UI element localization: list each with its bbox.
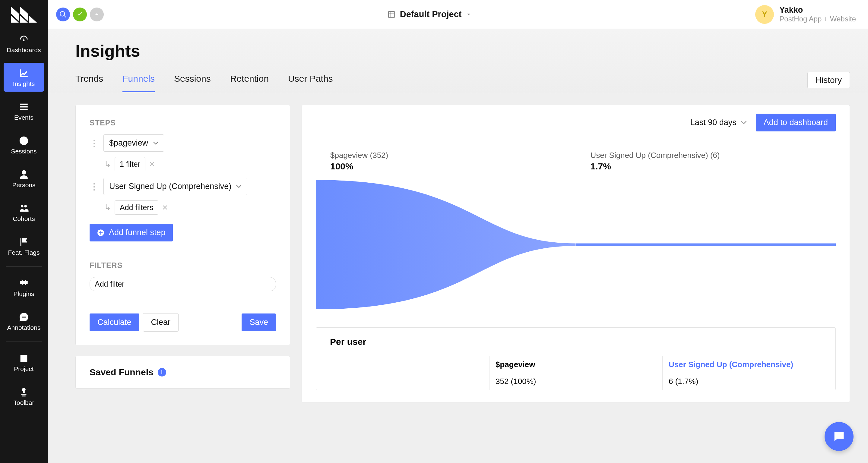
table-col-signup[interactable]: User Signed Up (Comprehensive)	[662, 356, 835, 373]
header-band: Insights Trends Funnels Sessions Retenti…	[48, 29, 868, 94]
funnel-1-title: $pageview (352)	[330, 151, 576, 160]
nav-label: Feat. Flags	[8, 249, 39, 256]
status-ok-icon[interactable]	[73, 7, 87, 22]
main-area: Default Project Y Yakko PostHog App + We…	[48, 0, 868, 463]
avatar: Y	[755, 5, 774, 24]
nav-dashboards[interactable]: Dashboards	[4, 29, 44, 58]
nav-plugins[interactable]: Plugins	[4, 273, 44, 302]
chat-icon	[832, 430, 846, 443]
tab-funnels[interactable]: Funnels	[122, 73, 155, 92]
nav-label: Toolbar	[13, 399, 34, 406]
add-filter-button[interactable]: Add filter	[90, 277, 276, 291]
nav-insights[interactable]: Insights	[4, 63, 44, 92]
user-name: Yakko	[779, 5, 856, 15]
tab-sessions[interactable]: Sessions	[174, 73, 211, 92]
step-1-event-select[interactable]: $pageview	[103, 134, 164, 152]
per-user-card: Per user $pageview User Signed Up (Compr…	[316, 327, 836, 390]
steps-heading: STEPS	[90, 119, 276, 127]
nav-label: Sessions	[11, 148, 36, 155]
funnel-shape-2	[576, 180, 836, 309]
step-2: ⋮ User Signed Up (Comprehensive)	[90, 178, 276, 195]
step-1-filter-pill[interactable]: 1 filter	[115, 157, 145, 171]
svg-marker-4	[29, 15, 37, 23]
table-cell-empty	[316, 373, 489, 390]
drag-handle-icon[interactable]: ⋮	[90, 181, 100, 192]
subarrow-icon: ↳	[104, 203, 111, 212]
nav-label: Cohorts	[13, 215, 35, 223]
remove-filter-button[interactable]: ✕	[162, 203, 168, 212]
funnel-chart: $pageview (352) 100%	[316, 151, 836, 309]
drag-handle-icon[interactable]: ⋮	[90, 138, 100, 148]
nav-feature-flags[interactable]: Feat. Flags	[4, 232, 44, 260]
funnel-2-title: User Signed Up (Comprehensive) (6)	[591, 151, 836, 160]
sidebar: Dashboards Insights Events Sessions Pers…	[0, 0, 48, 463]
page-title: Insights	[75, 41, 850, 61]
table-cell-pageview: 352 (100%)	[489, 373, 662, 390]
nav-label: Insights	[13, 80, 35, 88]
nav-sessions[interactable]: Sessions	[4, 130, 44, 159]
calculate-button[interactable]: Calculate	[90, 313, 140, 331]
nav-label: Events	[14, 114, 33, 121]
chat-fab[interactable]	[825, 422, 854, 451]
table-cell-signup: 6 (1.7%)	[662, 373, 835, 390]
divider	[90, 252, 276, 252]
user-org: PostHog App + Website	[779, 15, 856, 23]
logo[interactable]	[0, 0, 48, 29]
sidebar-separator	[6, 266, 42, 267]
step-2-addfilter-pill[interactable]: Add filters	[115, 200, 158, 214]
sidebar-separator	[6, 341, 42, 342]
chevron-down-icon	[466, 11, 472, 18]
add-to-dashboard-button[interactable]: Add to dashboard	[756, 113, 836, 131]
add-funnel-step-button[interactable]: Add funnel step	[90, 224, 173, 241]
nav-events[interactable]: Events	[4, 96, 44, 125]
plus-circle-icon	[97, 229, 105, 237]
nav-toolbar[interactable]: Toolbar	[4, 382, 44, 410]
collapse-up-button[interactable]	[90, 7, 104, 22]
tab-retention[interactable]: Retention	[230, 73, 269, 92]
tab-trends[interactable]: Trends	[75, 73, 103, 92]
date-range-select[interactable]: Last 90 days	[690, 118, 747, 127]
funnel-shape-1	[316, 180, 576, 309]
nav-label: Plugins	[13, 290, 34, 298]
funnel-2-percent: 1.7%	[591, 161, 836, 171]
nav-project[interactable]: Project	[4, 348, 44, 377]
save-button[interactable]: Save	[242, 313, 276, 331]
saved-funnels-card: Saved Funnels i	[75, 356, 290, 389]
project-selector[interactable]: Default Project	[387, 9, 472, 19]
step-1: ⋮ $pageview	[90, 134, 276, 152]
step-2-event-select[interactable]: User Signed Up (Comprehensive)	[103, 178, 247, 195]
funnel-1-percent: 100%	[330, 161, 576, 171]
remove-filter-button[interactable]: ✕	[149, 160, 155, 168]
per-user-table-row: 352 (100%) 6 (1.7%)	[316, 373, 835, 390]
tab-user-paths[interactable]: User Paths	[288, 73, 333, 92]
search-button[interactable]	[56, 7, 70, 22]
insight-tabs: Trends Funnels Sessions Retention User P…	[75, 73, 333, 92]
chevron-down-icon	[236, 185, 242, 188]
project-icon	[387, 10, 396, 19]
nav-label: Annotations	[7, 324, 41, 331]
chevron-down-icon	[741, 121, 747, 125]
divider	[90, 304, 276, 304]
info-icon[interactable]: i	[158, 368, 166, 376]
topbar: Default Project Y Yakko PostHog App + We…	[48, 0, 868, 29]
results-card: Last 90 days Add to dashboard $pageview …	[302, 105, 850, 402]
chevron-down-icon	[153, 141, 158, 145]
nav-label: Persons	[12, 181, 35, 189]
table-empty-header	[316, 356, 489, 373]
nav-cohorts[interactable]: Cohorts	[4, 198, 44, 227]
per-user-table-header: $pageview User Signed Up (Comprehensive)	[316, 356, 835, 373]
funnel-step-2: User Signed Up (Comprehensive) (6) 1.7%	[576, 151, 836, 309]
nav-label: Project	[14, 365, 33, 372]
subarrow-icon: ↳	[104, 159, 111, 169]
per-user-title: Per user	[316, 328, 835, 356]
step-2-add-filter: ↳ Add filters ✕	[104, 200, 276, 214]
funnel-config-card: STEPS ⋮ $pageview ↳ 1 filter ✕ ⋮	[75, 105, 290, 345]
history-button[interactable]: History	[807, 72, 850, 88]
saved-funnels-title: Saved Funnels	[90, 367, 154, 377]
user-menu[interactable]: Y Yakko PostHog App + Website	[755, 5, 856, 24]
project-name: Default Project	[400, 9, 462, 19]
nav-annotations[interactable]: Annotations	[4, 306, 44, 335]
nav-label: Dashboards	[7, 46, 41, 54]
clear-button[interactable]: Clear	[143, 313, 179, 332]
nav-persons[interactable]: Persons	[4, 164, 44, 193]
